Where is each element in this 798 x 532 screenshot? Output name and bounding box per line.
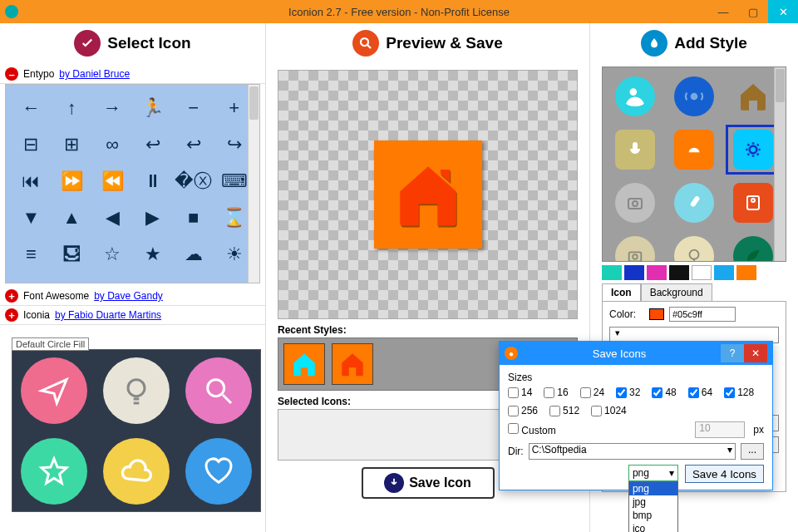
dialog-close-button[interactable]: ✕ [744,344,767,362]
star-icon[interactable] [21,438,87,505]
save-icon-button[interactable]: Save Icon [362,467,495,499]
palette-swatch[interactable] [624,265,644,280]
arrow-left-icon[interactable]: ← [11,90,52,126]
palette-swatch[interactable] [647,265,667,280]
star-fill-icon[interactable]: ★ [132,236,173,273]
style-grid-scrollbar[interactable] [774,67,786,261]
palette-swatch[interactable] [602,265,622,280]
color-swatch[interactable] [649,308,664,320]
style-preset[interactable] [668,74,719,119]
star-icon[interactable]: ☆ [92,236,133,273]
style-preset[interactable] [668,180,719,225]
iconset-author-link[interactable]: by Fabio Duarte Martins [55,309,161,321]
size-48-checkbox[interactable]: 48 [652,387,676,398]
close-button[interactable]: ✕ [768,0,798,23]
preview-title: Preview & Save [386,34,502,52]
style-preset[interactable] [609,234,660,262]
minus-icon[interactable]: − [173,90,214,126]
skip-back-icon[interactable]: ⏮ [11,163,52,200]
style-preset[interactable] [728,180,779,225]
maximize-button[interactable]: ▢ [738,0,768,23]
triangle-left-icon[interactable]: ◀ [92,200,133,236]
style-preset[interactable] [609,180,660,225]
custom-size-checkbox[interactable]: Custom [508,423,556,436]
style-preset[interactable] [728,234,779,262]
triangle-up-icon[interactable]: ▲ [52,200,92,236]
help-button[interactable]: ? [721,344,744,362]
format-option-ico[interactable]: ico [629,522,677,532]
style-preset[interactable] [609,74,660,119]
cloud-icon[interactable]: ☁ [173,236,214,273]
size-32-checkbox[interactable]: 32 [616,387,640,398]
infinity-icon[interactable]: ∞ [92,126,133,163]
color-hex-input[interactable] [669,307,736,322]
dir-combo[interactable]: C:\Softpedia ▾ [529,443,736,460]
palette-swatch[interactable] [692,265,712,280]
iconset-author-link[interactable]: by Dave Gandy [94,290,163,302]
style-preset[interactable] [728,74,779,119]
cup-icon[interactable]: ⛾ [52,236,92,273]
paperplane-icon[interactable] [21,357,87,424]
pause-icon[interactable]: ⏸ [132,163,173,200]
format-option-bmp[interactable]: bmp [629,509,677,522]
style-preset[interactable] [668,127,719,172]
x-box-icon[interactable]: �ⓧ [173,163,214,200]
expand-icon[interactable]: + [5,289,18,303]
format-option-png[interactable]: png [629,482,677,495]
size-256-checkbox[interactable]: 256 [508,405,538,416]
bulb-icon[interactable] [103,357,170,424]
tab-background[interactable]: Background [641,283,712,301]
size-512-checkbox[interactable]: 512 [549,405,579,416]
style-preset[interactable] [728,127,779,172]
window-titlebar: Iconion 2.7 - Free version - Non-Profit … [0,0,798,23]
stop-icon[interactable]: ■ [173,200,214,236]
size-64-checkbox[interactable]: 64 [688,387,712,398]
style-preset[interactable] [668,234,719,262]
size-128-checkbox[interactable]: 128 [724,387,754,398]
arrow-right-icon[interactable]: → [92,90,133,126]
palette-swatch[interactable] [714,265,734,280]
heart-icon[interactable] [185,438,252,505]
color-palette [602,265,786,280]
triangle-down-icon[interactable]: ▼ [11,200,52,236]
format-option-jpg[interactable]: jpg [629,495,677,509]
size-16-checkbox[interactable]: 16 [544,387,568,398]
size-1024-checkbox[interactable]: 1024 [591,405,627,416]
style-preset[interactable] [609,127,660,172]
arrow-up-icon[interactable]: ↑ [52,90,92,126]
search-icon[interactable] [185,357,252,424]
runner-icon[interactable]: 🏃 [132,90,173,126]
custom-size-spinner[interactable]: 10 [695,421,745,438]
plus-box-icon[interactable]: ⊞ [52,126,92,163]
palette-swatch[interactable] [736,265,756,280]
cloud-icon[interactable] [103,438,170,505]
recent-style-item[interactable] [283,343,325,385]
size-14-checkbox[interactable]: 14 [508,387,532,398]
menu-icon[interactable]: ≡ [11,236,52,273]
browse-button[interactable]: ... [741,443,764,460]
save-n-icons-button[interactable]: Save 4 Icons [685,465,764,483]
preview-tile [374,140,482,249]
svg-point-14 [208,379,224,396]
collapse-icon[interactable]: – [5,67,18,81]
fast-fwd-icon[interactable]: ⏩ [52,163,92,200]
select-icon-title: Select Icon [107,34,190,52]
iconset-entypo-row[interactable]: – Entypo by Daniel Bruce [0,65,265,84]
dialog-titlebar[interactable]: ● Save Icons ? ✕ [500,342,772,365]
triangle-right-icon[interactable]: ▶ [132,200,173,236]
rewind-icon[interactable]: ⏪ [92,163,133,200]
palette-swatch[interactable] [669,265,689,280]
recent-style-item[interactable] [332,343,373,385]
expand-icon[interactable]: + [5,308,18,322]
reply-icon[interactable]: ↩ [132,126,173,163]
iconset-iconia-row[interactable]: + Iconia by Fabio Duarte Martins [0,306,265,325]
reply-all-icon[interactable]: ↩ [173,126,214,163]
minus-box-icon[interactable]: ⊟ [11,126,52,163]
iconset-fontawesome-row[interactable]: + Font Awesome by Dave Gandy [0,287,265,306]
tab-icon[interactable]: Icon [602,283,641,301]
minimize-button[interactable]: — [708,0,738,23]
iconset-author-link[interactable]: by Daniel Bruce [59,68,130,80]
format-dropdown[interactable]: png▾ pngjpgbmpico [628,465,678,481]
size-24-checkbox[interactable]: 24 [580,387,604,398]
icon-grid-scrollbar[interactable] [248,85,259,283]
